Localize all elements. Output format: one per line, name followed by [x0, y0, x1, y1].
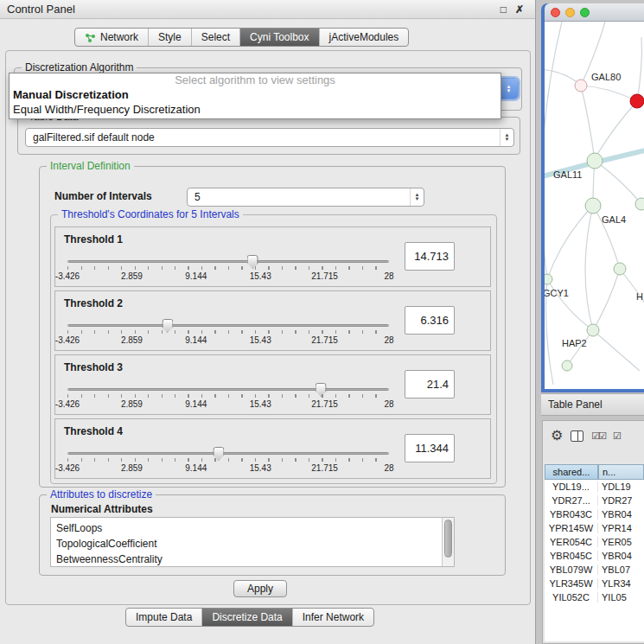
- zoom-traffic-light-icon[interactable]: [580, 8, 590, 17]
- scale-tick-label: -3.426: [55, 271, 80, 281]
- arrow-down-icon: ▼: [507, 89, 512, 93]
- threshold-value-field[interactable]: 21.4: [405, 370, 455, 399]
- table-row[interactable]: YBL079WYBL07: [545, 563, 644, 577]
- network-node[interactable]: [585, 198, 601, 214]
- scale-tick-label: 2.859: [121, 271, 143, 281]
- tab-network[interactable]: Network: [75, 29, 149, 46]
- close-traffic-light-icon[interactable]: [551, 8, 560, 17]
- table-row[interactable]: YPR145WYPR14: [545, 521, 644, 535]
- tab-style[interactable]: Style: [149, 29, 192, 46]
- threshold-value-field[interactable]: 14.713: [405, 242, 455, 271]
- columns-icon[interactable]: [571, 430, 583, 442]
- node-label: HAP2: [562, 338, 587, 348]
- list-item[interactable]: SelfLoops: [56, 520, 442, 536]
- threshold-slider[interactable]: [67, 260, 389, 263]
- network-canvas[interactable]: GAL80GAL11GAL4GCY1HAP2H: [545, 22, 644, 389]
- network-edge[interactable]: [585, 206, 593, 330]
- network-node[interactable]: [545, 274, 552, 284]
- combo-stepper-icon[interactable]: ▲ ▼: [500, 129, 513, 146]
- threshold-slider[interactable]: [67, 324, 389, 327]
- network-node[interactable]: [575, 80, 587, 92]
- network-edge[interactable]: [581, 86, 595, 161]
- network-edge[interactable]: [581, 86, 637, 101]
- tab-impute-data[interactable]: Impute Data: [126, 609, 202, 626]
- dropdown-option-manual[interactable]: Manual Discretization: [10, 87, 501, 102]
- network-icon: [85, 32, 96, 43]
- tab-cyni-toolbox[interactable]: Cyni Toolbox: [240, 29, 319, 46]
- network-edge[interactable]: [547, 206, 593, 279]
- network-edge[interactable]: [593, 330, 640, 371]
- apply-button[interactable]: Apply: [233, 580, 287, 597]
- screen: Control Panel □ ✗ Network Style Select C…: [0, 0, 644, 644]
- combo-stepper-icon[interactable]: ▲ ▼: [500, 79, 518, 99]
- close-icon[interactable]: ✗: [511, 3, 528, 16]
- table-row[interactable]: YDR27...YDR27: [545, 494, 644, 507]
- network-edge[interactable]: [545, 22, 562, 279]
- network-node[interactable]: [614, 263, 626, 275]
- tab-jactivemodules[interactable]: jActiveModules: [320, 29, 409, 46]
- tab-label: Cyni Toolbox: [250, 31, 309, 43]
- tab-label: Network: [100, 31, 138, 43]
- scale-tick-label: 9.144: [185, 335, 207, 345]
- network-node[interactable]: [630, 94, 644, 108]
- threshold-value-field[interactable]: 11.344: [405, 434, 455, 462]
- threshold-panel-1: Threshold 1 -3.426 2.859 9.144 15.43 21.…: [54, 226, 491, 287]
- scale-tick-label: 28: [384, 399, 393, 409]
- list-item[interactable]: BetweennessCentrality: [56, 552, 442, 566]
- table-row[interactable]: YDL19...YDL19: [545, 480, 644, 494]
- column-header-shared-name[interactable]: shared...: [545, 464, 598, 480]
- network-edge[interactable]: [637, 37, 641, 101]
- network-node[interactable]: [562, 360, 572, 371]
- column-header-name[interactable]: n...: [598, 464, 644, 480]
- slider-scale: -3.426 2.859 9.144 15.43 21.715 28: [67, 463, 389, 474]
- network-edge[interactable]: [596, 101, 637, 156]
- table-row[interactable]: YBR045CYBR04: [545, 549, 644, 563]
- minimize-traffic-light-icon[interactable]: [565, 8, 575, 17]
- table-data-select[interactable]: galFiltered.sif default node ▲ ▼: [25, 128, 514, 147]
- threshold-panel-2: Threshold 2 -3.426 2.859 9.144 15.43 21.…: [54, 290, 491, 351]
- tab-label: Discretize Data: [212, 611, 282, 623]
- node-label: GAL11: [553, 169, 582, 180]
- network-edge[interactable]: [593, 269, 620, 330]
- table-row[interactable]: YLR345WYLR34: [545, 577, 644, 590]
- tab-select[interactable]: Select: [192, 29, 240, 46]
- selected-value: galFiltered.sif default node: [26, 131, 500, 143]
- spinner-stepper-icon[interactable]: ▲ ▼: [410, 188, 424, 206]
- scale-tick-label: 9.144: [185, 463, 207, 473]
- network-node[interactable]: [635, 198, 644, 210]
- scale-tick-label: 21.715: [311, 335, 338, 345]
- table-row[interactable]: YBR043CYBR04: [545, 507, 644, 521]
- scrollbar-thumb[interactable]: [444, 520, 452, 558]
- table-data-group: Table Data galFiltered.sif default node …: [17, 117, 520, 155]
- select-all-checkboxes-icon[interactable]: ☑☑: [591, 430, 605, 442]
- network-edge[interactable]: [595, 161, 641, 204]
- node-label: H: [636, 291, 643, 302]
- network-node[interactable]: [587, 324, 599, 336]
- network-view-window: GAL80GAL11GAL4GCY1HAP2H: [541, 3, 644, 392]
- table-toolbar: ⚙ ☑☑ ☑: [543, 424, 620, 447]
- float-window-icon[interactable]: □: [496, 3, 511, 16]
- threshold-slider[interactable]: [67, 452, 389, 455]
- tab-discretize-data[interactable]: Discretize Data: [202, 609, 292, 626]
- numerical-attributes-list[interactable]: SelfLoopsTopologicalCoefficientBetweenne…: [50, 517, 455, 567]
- scale-tick-label: -3.426: [55, 335, 80, 345]
- dropdown-option-equal-width[interactable]: Equal Width/Frequency Discretization: [10, 102, 501, 117]
- num-intervals-spinner[interactable]: 5 ▲ ▼: [187, 188, 424, 207]
- select-checkbox-icon[interactable]: ☑: [613, 430, 620, 442]
- network-canvas-svg: GAL80GAL11GAL4GCY1HAP2H: [545, 22, 644, 389]
- threshold-slider[interactable]: [67, 388, 389, 391]
- scale-tick-label: 21.715: [311, 399, 338, 409]
- gear-icon[interactable]: ⚙: [551, 429, 563, 443]
- table-panel-title: Table Panel: [548, 399, 603, 411]
- scale-tick-label: 2.859: [121, 463, 143, 473]
- scale-tick-label: 9.144: [185, 271, 207, 281]
- list-item[interactable]: TopologicalCoefficient: [56, 536, 442, 552]
- network-node[interactable]: [587, 153, 603, 169]
- threshold-value-field[interactable]: 6.316: [405, 306, 455, 335]
- list-scrollbar[interactable]: [442, 518, 454, 566]
- tab-infer-network[interactable]: Infer Network: [293, 609, 373, 626]
- window-title: Control Panel: [7, 3, 75, 16]
- table-row[interactable]: YER054CYER05: [545, 535, 644, 549]
- table-row[interactable]: YIL052CYIL05: [545, 590, 644, 604]
- slider-ticks: [67, 266, 389, 270]
